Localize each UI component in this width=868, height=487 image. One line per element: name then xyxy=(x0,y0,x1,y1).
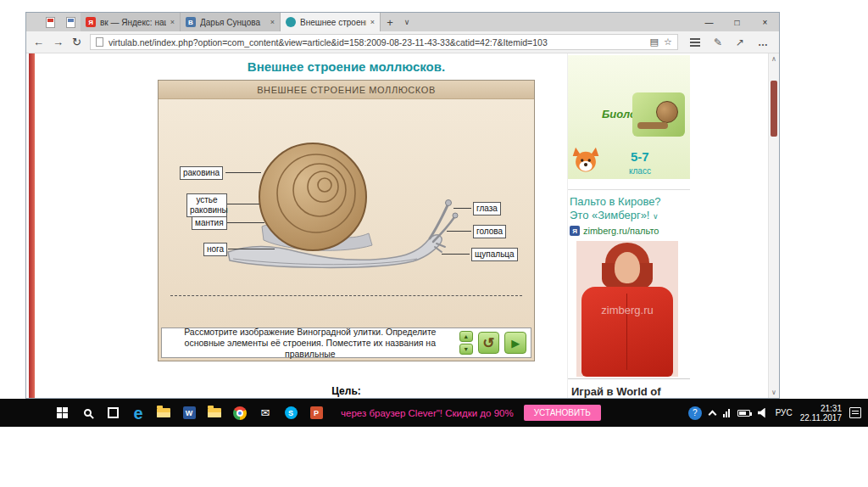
tab-vk-profile[interactable]: B Дарья Сунцова × xyxy=(181,13,281,31)
new-tab-button[interactable]: + xyxy=(381,13,399,31)
diagram-header: ВНЕШНЕЕ СТРОЕНИЕ МОЛЛЮСКОВ xyxy=(159,81,534,99)
label-line xyxy=(442,254,470,255)
tab-list-chevron-icon[interactable]: ∨ xyxy=(399,13,415,31)
label-line xyxy=(225,172,261,173)
yandex-favicon: Я xyxy=(86,17,96,27)
tab-close-icon[interactable]: × xyxy=(370,18,375,26)
url-text[interactable]: virtulab.net/index.php?option=com_conten… xyxy=(108,37,645,48)
pinned-doc-icon xyxy=(66,17,75,28)
favorite-star-icon[interactable]: ☆ xyxy=(664,36,672,48)
biology-ad[interactable]: Биология 5-7 класс xyxy=(568,55,690,179)
chrome-icon xyxy=(233,406,247,420)
play-icon: ▶ xyxy=(511,337,520,350)
ad-dropdown-icon[interactable]: ∨ xyxy=(653,212,659,221)
page-content: Внешнее строение моллюсков. ВНЕШНЕЕ СТРО… xyxy=(26,53,779,398)
red-coat xyxy=(581,287,673,377)
undo-icon: ↺ xyxy=(482,334,494,352)
yandex-direct-icon: Я xyxy=(570,226,580,236)
page-scrollbar[interactable]: ∧ ∨ xyxy=(768,53,779,398)
label-shell[interactable]: раковина xyxy=(180,166,223,180)
spin-up-button[interactable]: ▲ xyxy=(459,331,473,342)
tab-title: вк — Яндекс: нашлось 225 xyxy=(100,18,166,27)
mini-snail-body xyxy=(637,122,668,129)
label-eyes[interactable]: глаза xyxy=(473,202,501,216)
spin-down-button[interactable]: ▼ xyxy=(459,344,473,355)
coat-ad-link[interactable]: Я zimberg.ru/пальто xyxy=(570,226,659,236)
tab-close-icon[interactable]: × xyxy=(270,18,275,26)
tab-close-icon[interactable]: × xyxy=(170,18,175,26)
edge-icon: e xyxy=(133,405,142,422)
start-button[interactable] xyxy=(49,399,75,427)
close-button[interactable]: × xyxy=(751,13,779,31)
scrollbar-thumb[interactable] xyxy=(771,81,777,137)
coat-ad[interactable]: Пальто в Кирове? Это «Зимберг»! ∨ Я zimb… xyxy=(568,189,690,378)
reading-view-icon[interactable]: ▤ xyxy=(650,36,659,48)
label-line xyxy=(226,222,264,223)
scroll-down-icon[interactable]: ∨ xyxy=(769,389,779,396)
tab-yandex-search[interactable]: Я вк — Яндекс: нашлось 225 × xyxy=(81,13,181,31)
label-mantle[interactable]: мантия xyxy=(192,216,227,230)
system-tray: ? РУС 21:31 22.11.2017 xyxy=(688,404,868,423)
label-shell-mouth[interactable]: устье раковины xyxy=(186,193,227,217)
folder-icon xyxy=(208,408,221,417)
game-ad[interactable]: Играй в World of xyxy=(568,378,690,398)
powerpoint-taskbar-button[interactable]: P xyxy=(303,399,329,427)
site-favicon xyxy=(286,17,296,27)
instruction-text: Рассмотрите изображение Виноградной улит… xyxy=(166,327,454,360)
help-icon[interactable]: ? xyxy=(688,406,702,420)
pinned-tab-2[interactable] xyxy=(60,13,81,31)
clock-time: 21:31 xyxy=(800,404,842,413)
task-view-button[interactable] xyxy=(100,399,125,427)
label-line xyxy=(447,231,471,232)
snail-photo xyxy=(632,92,685,137)
refresh-icon[interactable]: ↻ xyxy=(72,36,81,48)
scroll-up-icon[interactable]: ∧ xyxy=(769,55,779,63)
more-menu-icon[interactable]: … xyxy=(758,36,769,48)
toolbar-icons: ✎ ↗ … xyxy=(687,36,772,48)
taskbar-search-button[interactable] xyxy=(75,399,100,427)
back-icon[interactable]: ← xyxy=(33,36,44,48)
label-head[interactable]: голова xyxy=(473,225,506,238)
drop-zone-dashed-line xyxy=(170,295,522,296)
label-foot[interactable]: нога xyxy=(203,243,227,256)
chrome-taskbar-button[interactable] xyxy=(227,399,253,427)
coat-model-photo[interactable]: zimberg.ru xyxy=(576,241,678,377)
folder-icon xyxy=(157,408,170,417)
skype-taskbar-button[interactable]: S xyxy=(278,399,303,427)
battery-icon[interactable] xyxy=(737,410,750,417)
taskbar: e W ✉ S P через браузер Clever"! Скидки … xyxy=(0,399,868,427)
label-tentacles[interactable]: щупальца xyxy=(471,248,518,261)
spinner: ▲ ▼ xyxy=(459,331,473,355)
browser-window: Я вк — Яндекс: нашлось 225 × B Дарья Сун… xyxy=(25,12,780,399)
network-icon[interactable] xyxy=(723,409,730,417)
site-red-border xyxy=(29,53,35,398)
taskbar-clock[interactable]: 21:31 22.11.2017 xyxy=(800,404,842,423)
edge-taskbar-button[interactable]: e xyxy=(125,399,151,427)
snail-illustration xyxy=(218,133,464,277)
pinned-tab-1[interactable] xyxy=(40,13,60,31)
speaker-icon[interactable] xyxy=(758,408,768,418)
play-button[interactable]: ▶ xyxy=(504,332,526,354)
file-explorer-button[interactable] xyxy=(151,399,176,427)
url-field[interactable]: virtulab.net/index.php?option=com_conten… xyxy=(90,34,678,50)
share-icon[interactable]: ↗ xyxy=(736,36,744,48)
language-indicator[interactable]: РУС xyxy=(776,408,793,417)
reset-button[interactable]: ↺ xyxy=(478,332,500,354)
pinned-doc-icon xyxy=(46,17,55,28)
action-center-icon[interactable] xyxy=(849,407,861,418)
folder-taskbar-button[interactable] xyxy=(202,399,227,427)
hub-icon[interactable] xyxy=(690,38,700,40)
tray-chevron-up-icon[interactable] xyxy=(708,410,716,418)
tab-virtulab-active[interactable]: Внешнее строение мо… × xyxy=(281,13,381,31)
mail-taskbar-button[interactable]: ✉ xyxy=(253,399,278,427)
skype-icon: S xyxy=(285,406,298,419)
maximize-button[interactable]: □ xyxy=(723,13,751,31)
forward-icon[interactable]: → xyxy=(53,36,64,48)
mini-snail-shell xyxy=(656,101,678,123)
minimize-button[interactable]: — xyxy=(695,13,723,31)
page-title: Внешнее строение моллюсков. xyxy=(158,59,535,74)
mollusk-diagram: ВНЕШНЕЕ СТРОЕНИЕ МОЛЛЮСКОВ xyxy=(158,80,535,361)
word-taskbar-button[interactable]: W xyxy=(176,399,202,427)
taskbar-ad-install-button[interactable]: УСТАНОВИТЬ xyxy=(524,405,601,421)
web-note-pen-icon[interactable]: ✎ xyxy=(714,36,722,48)
